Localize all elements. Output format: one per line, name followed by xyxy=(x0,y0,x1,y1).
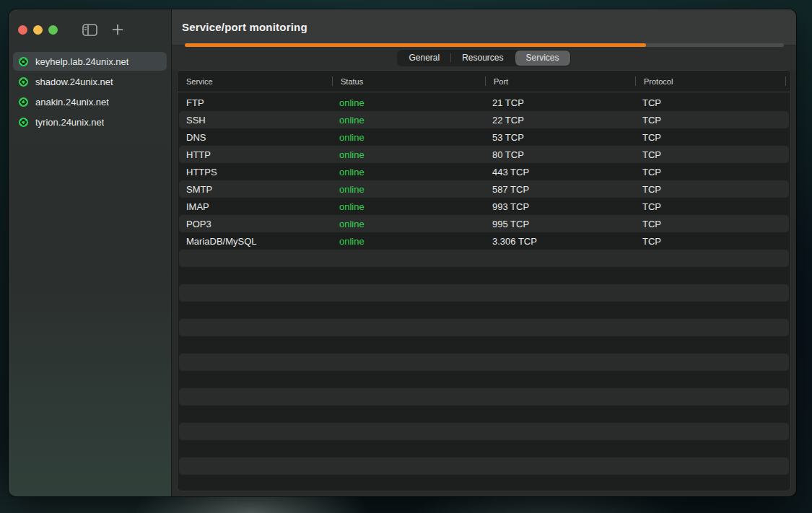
close-button[interactable] xyxy=(18,25,27,35)
table-row[interactable]: HTTPSonline443 TCPTCP xyxy=(179,163,789,180)
cell-service: FTP xyxy=(179,97,332,108)
tab-general[interactable]: General xyxy=(398,51,450,66)
cell-status: online xyxy=(332,236,485,247)
plus-icon xyxy=(112,24,123,35)
cell-port: 443 TCP xyxy=(485,167,635,177)
table-body: FTPonline21 TCPTCPSSHonline22 TCPTCPDNSo… xyxy=(178,92,790,491)
progress-bar xyxy=(185,43,784,47)
tab-services[interactable]: Services xyxy=(515,51,570,66)
sidebar: keyhelp.lab.24unix.net shadow.24unix.net… xyxy=(9,9,172,496)
column-header[interactable]: Service xyxy=(178,71,332,92)
sidebar-toolbar xyxy=(13,19,167,40)
cell-service: IMAP xyxy=(179,201,332,212)
empty-table-row xyxy=(179,267,789,284)
table-row[interactable]: SSHonline22 TCPTCP xyxy=(179,111,789,128)
table-row[interactable]: SMTPonline587 TCPTCP xyxy=(179,180,789,198)
cell-service: SMTP xyxy=(179,184,332,195)
server-name: keyhelp.lab.24unix.net xyxy=(35,56,128,67)
cell-status: online xyxy=(332,201,485,212)
column-header[interactable]: Port xyxy=(485,71,635,92)
desktop: { "window": { "traffic_lights": [ { "nam… xyxy=(0,0,812,513)
cell-protocol: TCP xyxy=(635,149,789,160)
column-header[interactable]: Protocol xyxy=(635,71,790,92)
empty-table-row xyxy=(179,371,789,388)
titlebar: Service/port monitoring xyxy=(172,9,796,45)
cell-port: 995 TCP xyxy=(485,219,635,229)
cell-service: MariaDB/MySQL xyxy=(179,236,332,247)
cell-service: DNS xyxy=(179,132,332,143)
empty-table-row xyxy=(179,405,789,423)
cell-protocol: TCP xyxy=(635,115,789,126)
table-row[interactable]: MariaDB/MySQLonline3.306 TCPTCP xyxy=(179,232,789,250)
sidebar-item-server[interactable]: tyrion.24unix.net xyxy=(13,113,167,131)
server-online-dot-icon xyxy=(19,118,28,127)
column-header[interactable]: Status xyxy=(332,71,485,92)
column-header-label: Protocol xyxy=(644,77,673,86)
empty-table-row xyxy=(179,440,789,457)
add-server-button[interactable] xyxy=(112,24,123,35)
empty-table-row xyxy=(179,336,789,354)
services-table-card: Service Status Port Protocol xyxy=(177,70,791,491)
empty-table-row xyxy=(179,457,789,475)
app-window: keyhelp.lab.24unix.net shadow.24unix.net… xyxy=(9,9,796,496)
content-area: Service Status Port Protocol xyxy=(172,70,796,496)
cell-protocol: TCP xyxy=(635,201,789,212)
empty-table-row xyxy=(179,250,789,267)
cell-status: online xyxy=(332,184,485,195)
cell-port: 53 TCP xyxy=(485,132,635,143)
cell-protocol: TCP xyxy=(635,184,789,195)
table-row[interactable]: FTPonline21 TCPTCP xyxy=(179,94,789,111)
cell-service: SSH xyxy=(179,115,332,126)
server-online-dot-icon xyxy=(19,77,28,87)
cell-protocol: TCP xyxy=(635,236,789,247)
cell-service: HTTPS xyxy=(179,167,332,177)
zoom-button[interactable] xyxy=(48,25,58,35)
server-online-dot-icon xyxy=(19,97,28,107)
cell-port: 3.306 TCP xyxy=(485,236,635,247)
empty-table-row xyxy=(179,319,789,336)
minimize-button[interactable] xyxy=(33,25,43,35)
cell-status: online xyxy=(332,97,485,108)
sidebar-toggle-button[interactable] xyxy=(82,24,97,36)
cell-status: online xyxy=(332,115,485,126)
empty-table-row xyxy=(179,284,789,302)
sidebar-toggle-icon xyxy=(82,24,97,36)
server-list: keyhelp.lab.24unix.net shadow.24unix.net… xyxy=(13,52,167,133)
cell-status: online xyxy=(332,132,485,143)
column-header-label: Status xyxy=(341,77,363,86)
cell-protocol: TCP xyxy=(635,167,789,177)
cell-protocol: TCP xyxy=(635,219,789,229)
table-row[interactable]: DNSonline53 TCPTCP xyxy=(179,128,789,146)
cell-port: 80 TCP xyxy=(485,149,635,160)
tab-resources[interactable]: Resources xyxy=(451,51,514,66)
empty-table-row xyxy=(179,302,789,319)
cell-protocol: TCP xyxy=(635,97,789,108)
tab-bar: GeneralResourcesServices xyxy=(172,45,796,70)
cell-port: 993 TCP xyxy=(485,201,635,212)
empty-table-row xyxy=(179,388,789,405)
server-online-dot-icon xyxy=(19,57,28,66)
empty-table-row xyxy=(179,354,789,371)
table-row[interactable]: POP3online995 TCPTCP xyxy=(179,215,789,232)
cell-protocol: TCP xyxy=(635,132,789,143)
cell-port: 21 TCP xyxy=(485,97,635,108)
table-row[interactable]: IMAPonline993 TCPTCP xyxy=(179,198,789,215)
empty-table-row xyxy=(179,475,789,491)
empty-table-row xyxy=(179,423,789,440)
cell-status: online xyxy=(332,167,485,177)
page-title: Service/port monitoring xyxy=(182,21,307,33)
cell-service: HTTP xyxy=(179,149,332,160)
cell-port: 22 TCP xyxy=(485,115,635,126)
progress-bar-fill xyxy=(185,43,646,47)
column-header-label: Service xyxy=(186,77,213,86)
sidebar-item-server[interactable]: keyhelp.lab.24unix.net xyxy=(13,52,167,71)
sidebar-item-server[interactable]: anakin.24unix.net xyxy=(13,92,167,111)
column-header-label: Port xyxy=(494,77,508,86)
cell-service: POP3 xyxy=(179,219,332,229)
sidebar-item-server[interactable]: shadow.24unix.net xyxy=(13,72,167,91)
segmented-control: GeneralResourcesServices xyxy=(397,50,570,66)
table-header: Service Status Port Protocol xyxy=(178,71,790,92)
server-name: shadow.24unix.net xyxy=(35,76,113,87)
table-row[interactable]: HTTPonline80 TCPTCP xyxy=(179,146,789,163)
server-name: anakin.24unix.net xyxy=(35,97,109,108)
